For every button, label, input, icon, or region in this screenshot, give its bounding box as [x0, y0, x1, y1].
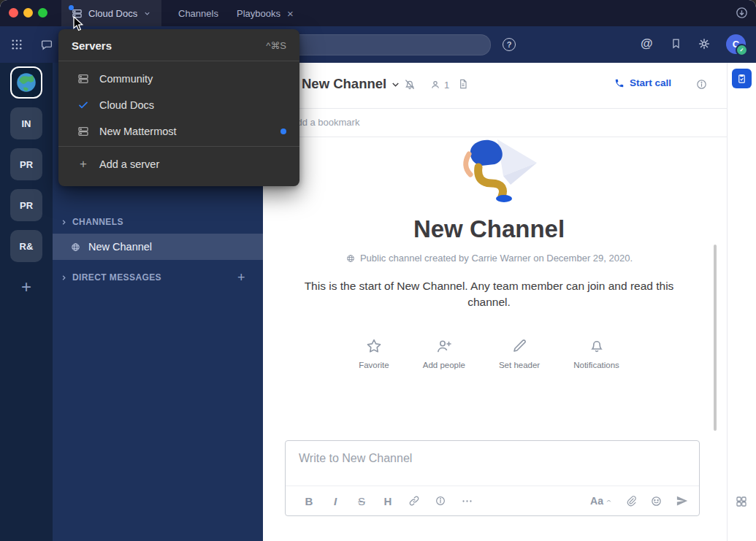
tab-playbooks-label: Playbooks: [237, 8, 280, 19]
menu-item-label: Cloud Docs: [99, 99, 154, 111]
menu-item-new-mattermost[interactable]: New Mattermost: [58, 118, 299, 145]
tab-playbooks[interactable]: Playbooks ×: [228, 0, 302, 26]
italic-icon[interactable]: I: [322, 495, 348, 507]
channel-header: New Channel 1: [263, 63, 727, 109]
pencil-icon: [511, 337, 528, 355]
members-count-button[interactable]: 1: [429, 79, 449, 91]
titlebar: Cloud Docs Channels Playbooks ×: [0, 0, 756, 26]
server-icon: [77, 126, 90, 137]
servers-menu-title: Servers: [72, 39, 112, 52]
search-input[interactable]: [270, 34, 491, 55]
bell-icon: [588, 337, 606, 355]
members-icon: [429, 79, 441, 91]
add-people-icon: [435, 337, 453, 355]
server-tab-label: Cloud Docs: [88, 8, 137, 19]
team-tile[interactable]: R&: [10, 230, 42, 262]
start-call-label: Start call: [630, 77, 671, 88]
menu-item-label: Community: [99, 73, 153, 85]
zoom-window-button[interactable]: [38, 8, 47, 18]
favorite-button[interactable]: Favorite: [359, 337, 389, 369]
playbooks-panel-button[interactable]: [732, 69, 752, 88]
unread-dot: [280, 128, 286, 134]
strikethrough-icon[interactable]: S: [348, 495, 375, 507]
team-initials: PR: [20, 159, 33, 170]
sidebar-item-new-channel[interactable]: New Channel: [53, 234, 263, 260]
unread-dot: [69, 5, 74, 10]
channels-chat-icon[interactable]: [40, 38, 53, 51]
globe-icon: [345, 253, 356, 264]
apps-grid-icon[interactable]: [735, 495, 748, 508]
servers-dropdown-menu: Servers ^⌘S Community Cloud Docs: [58, 29, 299, 186]
bold-icon[interactable]: B: [296, 495, 322, 507]
chevron-right-icon: [60, 274, 68, 282]
emoji-icon[interactable]: [650, 495, 663, 507]
chevron-up-icon: [606, 498, 612, 504]
team-tile[interactable]: IN: [10, 107, 42, 139]
settings-gear-icon[interactable]: [698, 37, 711, 50]
main-content: New Channel 1: [263, 63, 727, 541]
star-icon: [365, 337, 383, 355]
app-window: Cloud Docs Channels Playbooks ×: [0, 0, 756, 541]
team-initials: PR: [20, 200, 33, 211]
products-grid-icon[interactable]: [10, 38, 23, 51]
dm-category-label: DIRECT MESSAGES: [72, 272, 161, 283]
menu-item-community[interactable]: Community: [58, 66, 299, 92]
intro-title: New Channel: [413, 215, 565, 243]
message-composer[interactable]: Write to New Channel B I S H: [285, 440, 700, 516]
member-count: 1: [444, 80, 449, 91]
heading-icon[interactable]: H: [375, 495, 401, 507]
menu-item-add-server[interactable]: + Add a server: [58, 151, 299, 177]
menu-divider: [58, 61, 299, 61]
scrollbar[interactable]: [714, 245, 717, 431]
formatting-toggle[interactable]: Aa: [590, 495, 612, 507]
close-tab-icon[interactable]: ×: [287, 8, 294, 19]
chevron-right-icon: [60, 218, 68, 226]
servers-menu-shortcut: ^⌘S: [266, 40, 286, 51]
channels-category[interactable]: CHANNELS: [53, 211, 263, 233]
servers-menu-header: Servers ^⌘S: [58, 37, 299, 59]
attach-file-icon[interactable]: [625, 495, 637, 507]
message-input[interactable]: Write to New Channel: [286, 441, 699, 476]
minimize-window-button[interactable]: [23, 8, 33, 18]
user-avatar[interactable]: C ✓: [726, 34, 746, 54]
channels-category-label: CHANNELS: [72, 217, 123, 227]
mentions-icon[interactable]: @: [641, 37, 653, 51]
team-tile[interactable]: PR: [10, 189, 42, 221]
menu-item-cloud-docs[interactable]: Cloud Docs: [58, 92, 299, 118]
menu-divider: [58, 146, 299, 147]
add-team-button[interactable]: +: [10, 271, 42, 303]
channel-name-label: New Channel: [88, 241, 152, 253]
muted-bell-icon[interactable]: [403, 78, 416, 91]
send-icon[interactable]: [676, 494, 689, 507]
earth-avatar: [14, 70, 39, 95]
saved-posts-icon[interactable]: [670, 37, 682, 50]
info-circle-icon[interactable]: [427, 495, 454, 507]
bookmark-bar[interactable]: + Add a bookmark: [263, 108, 727, 137]
channel-title-label: New Channel: [302, 76, 386, 92]
online-status-badge: ✓: [736, 44, 748, 56]
add-direct-message-button[interactable]: +: [237, 270, 245, 285]
start-call-button[interactable]: Start call: [614, 77, 671, 88]
update-download-icon[interactable]: [735, 6, 749, 20]
plus-icon: +: [77, 157, 90, 172]
link-icon[interactable]: [401, 495, 427, 507]
direct-messages-category[interactable]: DIRECT MESSAGES +: [53, 266, 263, 288]
notifications-button[interactable]: Notifications: [573, 337, 619, 369]
add-people-button[interactable]: Add people: [423, 337, 465, 369]
more-formatting-icon[interactable]: [454, 495, 480, 507]
globe-icon: [70, 242, 81, 253]
chevron-down-icon: [390, 79, 401, 90]
team-tile-earth[interactable]: [10, 66, 42, 99]
close-window-button[interactable]: [9, 8, 18, 18]
channel-info-icon[interactable]: [695, 78, 708, 91]
pinned-files-icon[interactable]: [457, 78, 469, 90]
help-icon[interactable]: ?: [503, 38, 516, 51]
add-people-label: Add people: [423, 361, 465, 369]
team-tile[interactable]: PR: [10, 148, 42, 180]
chevron-down-icon: [143, 9, 151, 18]
tab-channels[interactable]: Channels: [169, 0, 227, 26]
tab-channels-label: Channels: [178, 8, 218, 19]
channel-intro: New Channel Public channel created by Ca…: [263, 137, 715, 369]
channel-title-dropdown[interactable]: New Channel: [302, 76, 401, 92]
set-header-button[interactable]: Set header: [499, 337, 540, 369]
